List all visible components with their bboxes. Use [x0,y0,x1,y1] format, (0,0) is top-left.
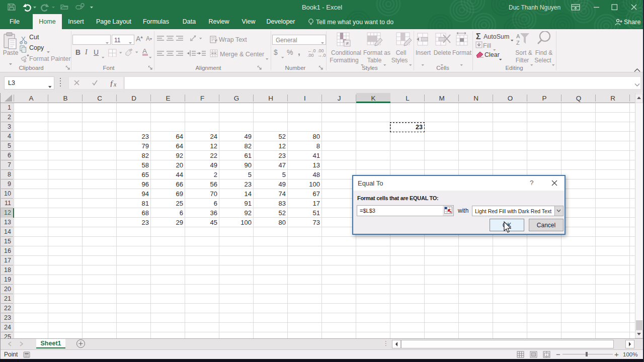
svg-text:≠: ≠ [346,40,349,46]
svg-text:f: f [110,79,114,87]
svg-text:A: A [516,33,520,39]
svg-text:x: x [113,81,117,87]
svg-text:Z: Z [516,40,520,46]
